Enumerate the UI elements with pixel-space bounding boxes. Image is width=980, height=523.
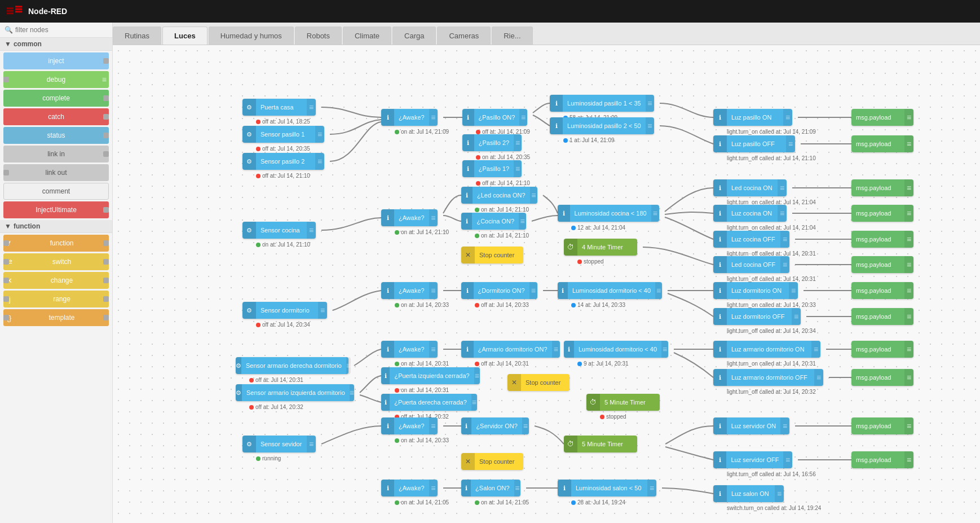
flow-node-sensor-pasillo-2[interactable]: ⚙ Sensor pasillo 2 ≡ off at: Jul 14, 21:… xyxy=(242,153,324,170)
flow-node-awake-5[interactable]: ℹ ¿Awake? ≡ on at: Jul 14, 20:33 xyxy=(381,417,438,434)
sidebar-node-range[interactable]: ij range xyxy=(3,291,109,307)
sidebar-node-inject-ultimate[interactable]: InjectUltimate xyxy=(3,201,109,218)
tab-rie[interactable]: Rie... xyxy=(492,27,532,45)
flow-node-awake-2[interactable]: ℹ ¿Awake? ≡ on at: Jul 14, 21:10 xyxy=(381,209,438,226)
flow-node-luz-cocina-on[interactable]: ℹ Luz cocina ON ≡ light.turn_on called a… xyxy=(713,205,787,222)
flow-node-timer-5min-1[interactable]: ⏱ 5 Minute Timer stopped xyxy=(586,394,660,411)
sidebar-node-function[interactable]: f function xyxy=(3,235,109,252)
flow-node-timer-5min-2[interactable]: ⏱ 5 Minute Timer xyxy=(564,436,637,452)
tab-rutinas[interactable]: Rutinas xyxy=(113,27,161,45)
flow-node-awake-4[interactable]: ℹ ¿Awake? ≡ on at: Jul 14, 20:31 xyxy=(381,341,438,358)
flow-node-lum-dormitorio-1[interactable]: ℹ Luminosidad dormitorio < 40 ≡ 14 at: J… xyxy=(558,282,662,299)
tab-robots[interactable]: Robots xyxy=(295,27,342,45)
flow-node-dormitorio-on[interactable]: ℹ ¿Dormitorio ON? ≡ off at: Jul 14, 20:3… xyxy=(461,282,537,299)
flow-node-luz-pasillo-off[interactable]: ℹ Luz pasillo OFF ≡ light.turn_off calle… xyxy=(713,135,795,152)
search-input[interactable] xyxy=(15,26,108,34)
flow-node-sensor-armario-der[interactable]: ⚙ Sensor armario derecha dormitorio ≡ of… xyxy=(236,357,348,374)
flow-node-msg-payload-8[interactable]: msg.payload ≡ xyxy=(851,308,913,325)
flow-node-lum-dormitorio-2[interactable]: ℹ Luminosidad dormitorio < 40 ≡ 9 at: Ju… xyxy=(564,341,668,358)
flow-node-luz-dormitorio-off[interactable]: ℹ Luz dormitorio OFF ≡ light.turn_off ca… xyxy=(713,308,801,325)
menu-icon: ≡ xyxy=(778,205,787,222)
flow-node-awake-1[interactable]: ℹ ¿Awake? ≡ on at: Jul 14, 21:09 xyxy=(381,109,438,126)
flow-node-msg-payload-4[interactable]: msg.payload ≡ xyxy=(851,205,913,222)
sidebar-node-switch[interactable]: ⇄ switch xyxy=(3,253,109,270)
flow-node-msg-payload-11[interactable]: msg.payload ≡ xyxy=(851,417,913,434)
sidebar-node-debug[interactable]: debug ≡ xyxy=(3,71,109,88)
tab-climate[interactable]: Climate xyxy=(343,27,391,45)
flow-node-luz-armario-dorm-off[interactable]: ℹ Luz armario dormitorio OFF ≡ light.tur… xyxy=(713,369,823,386)
flow-node-puerta-casa[interactable]: ⚙ Puerta casa ≡ off at: Jul 14, 18:25 xyxy=(242,99,316,116)
flow-node-sensor-cocina[interactable]: ⚙ Sensor cocina ≡ on at: Jul 14, 21:10 xyxy=(242,222,316,239)
flow-node-stop-counter-1[interactable]: ✕ Stop counter xyxy=(461,247,523,263)
flow-node-awake-3[interactable]: ℹ ¿Awake? ≡ on at: Jul 14, 20:33 xyxy=(381,282,438,299)
flow-node-luz-cocina-off[interactable]: ℹ Luz cocina OFF ≡ light.turn_off called… xyxy=(713,231,789,248)
flow-node-awake-6[interactable]: ℹ ¿Awake? ≡ on at: Jul 14, 21:05 xyxy=(381,480,438,496)
flow-node-pasillo-on[interactable]: ℹ ¿Pasillo ON? ≡ off at: Jul 14, 21:09 xyxy=(462,109,527,126)
flow-node-servidor-on[interactable]: ℹ ¿Servidor ON? ≡ xyxy=(461,417,529,434)
flow-node-armario-dorm-on[interactable]: ℹ ¿Armario dormitorio ON? ≡ off at: Jul … xyxy=(461,341,560,358)
tab-cameras[interactable]: Cameras xyxy=(437,27,491,45)
sidebar-node-comment[interactable]: comment xyxy=(3,183,109,200)
flow-node-luz-pasillo-on[interactable]: ℹ Luz pasillo ON ≡ light.turn_on called … xyxy=(713,109,792,126)
flow-node-led-cocina-on[interactable]: ℹ ¿Led cocina ON? ≡ on at: Jul 14, 21:10 xyxy=(461,187,537,204)
flow-node-led-cocina-on-node[interactable]: ℹ Led cocina ON ≡ light.turn_on called a… xyxy=(713,179,787,196)
status-dot xyxy=(395,230,399,235)
flow-node-msg-payload-6[interactable]: msg.payload ≡ xyxy=(851,256,913,273)
tab-humedad[interactable]: Humedad y humos xyxy=(209,27,294,45)
flow-node-lum-cocina[interactable]: ℹ Luminosidad cocina < 180 ≡ 12 at: Jul … xyxy=(558,205,659,222)
flow-node-lum-salon[interactable]: ℹ Luminosidad salon < 50 ≡ 28 at: Jul 14… xyxy=(558,480,656,496)
flow-node-salon-on[interactable]: ℹ ¿Salon ON? ≡ on at: Jul 14, 21:05 xyxy=(461,480,520,496)
flow-node-sensor-armario-izq[interactable]: ⚙ Sensor armario izquierda dormitorio ≡ … xyxy=(236,384,354,401)
tab-carga[interactable]: Carga xyxy=(392,27,436,45)
flow-node-stop-counter-3[interactable]: ✕ Stop counter xyxy=(461,453,523,470)
flow-node-luz-dormitorio-on[interactable]: ℹ Luz dormitorio ON ≡ light.turn_on call… xyxy=(713,282,798,299)
status-text: off at: Jul 14, 18:25 xyxy=(262,118,310,125)
flow-node-msg-payload-12[interactable]: msg.payload ≡ xyxy=(851,451,913,468)
flow-node-msg-payload-2[interactable]: msg.payload ≡ xyxy=(851,135,913,152)
flow-node-pasillo-2[interactable]: ℹ ¿Pasillo 2? ≡ on at: Jul 14, 20:35 xyxy=(462,134,522,151)
flow-node-sensor-servidor[interactable]: ⚙ Sensor sevidor ≡ running xyxy=(242,436,316,452)
sidebar-node-change[interactable]: ✕ change xyxy=(3,272,109,289)
sidebar-node-template[interactable]: {} template xyxy=(3,309,109,326)
category-function[interactable]: ▼ function xyxy=(0,220,112,233)
sidebar-node-link-out[interactable]: link out xyxy=(3,164,109,181)
flow-node-luz-servidor-on[interactable]: ℹ Luz servidor ON ≡ xyxy=(713,417,789,434)
flow-node-msg-payload-3[interactable]: msg.payload ≡ xyxy=(851,179,913,196)
flow-node-pasillo-1[interactable]: ℹ ¿Pasillo 1? ≡ off at: Jul 14, 21:10 xyxy=(462,160,522,177)
flow-node-timer-4min[interactable]: ⏱ 4 Minute Timer stopped xyxy=(564,239,637,256)
category-common[interactable]: ▼ common xyxy=(0,38,112,51)
flow-node-lum-pasillo-1[interactable]: ℹ Luminosidad pasillo 1 < 35 ≡ 58 at: Ju… xyxy=(550,95,654,112)
menu-icon: ≡ xyxy=(904,417,913,434)
sidebar-node-inject[interactable]: inject xyxy=(3,52,109,69)
node-label: msg.payload xyxy=(851,236,904,243)
flow-node-msg-payload-1[interactable]: msg.payload ≡ xyxy=(851,109,913,126)
flow-node-sensor-dormitorio[interactable]: ⚙ Sensor dormitorio ≡ off at: Jul 14, 20… xyxy=(242,302,327,319)
flow-node-sensor-pasillo-1[interactable]: ⚙ Sensor pasillo 1 ≡ off at: Jul 14, 20:… xyxy=(242,126,324,143)
node-search[interactable]: 🔍 xyxy=(0,23,112,38)
tab-luces[interactable]: Luces xyxy=(162,27,208,45)
flow-node-msg-payload-9[interactable]: msg.payload ≡ xyxy=(851,341,913,358)
sidebar-node-status[interactable]: status xyxy=(3,127,109,144)
menu-icon: ≡ xyxy=(307,436,316,452)
flow-node-msg-payload-5[interactable]: msg.payload ≡ xyxy=(851,231,913,248)
sidebar-node-link-in[interactable]: link in xyxy=(3,146,109,162)
flow-node-luz-armario-dorm-on[interactable]: ℹ Luz armario dormitorio ON ≡ light.turn… xyxy=(713,341,820,358)
sidebar-node-catch[interactable]: catch xyxy=(3,108,109,125)
flow-node-lum-pasillo-2[interactable]: ℹ Luminosidad pasillo 2 < 50 ≡ 1 at: Jul… xyxy=(550,117,654,134)
node-label: Luminosidad pasillo 2 < 50 xyxy=(563,122,646,129)
flow-node-puerta-der-cerrada[interactable]: ℹ ¿Puerta derecha cerrada? ≡ off at: Jul… xyxy=(381,394,477,411)
canvas[interactable]: ⚙ Puerta casa ≡ off at: Jul 14, 18:25 ⚙ … xyxy=(113,45,980,523)
flow-node-led-cocina-off[interactable]: ℹ Led cocina OFF ≡ light.turn_off called… xyxy=(713,256,789,273)
menu-icon: ≡ xyxy=(783,109,792,126)
flow-node-luz-salon-on[interactable]: ℹ Luz salon ON ≡ switch.turn_on called a… xyxy=(713,485,784,502)
flow-node-cocina-on[interactable]: ℹ ¿Cocina ON? ≡ on at: Jul 14, 21:10 xyxy=(461,213,526,230)
menu-icon: ≡ xyxy=(904,179,913,196)
flow-node-stop-counter-2[interactable]: ✕ Stop counter xyxy=(507,374,570,391)
flow-node-puerta-izq-cerrada[interactable]: ℹ ¿Puerta izquierda cerrada? ≡ on at: Ju… xyxy=(381,367,480,384)
node-label: Sensor dormitorio xyxy=(256,307,318,314)
node-status-luz-armario-dorm-on: light.turn_on called at: Jul 14, 20:31 xyxy=(727,361,816,367)
flow-node-msg-payload-7[interactable]: msg.payload ≡ xyxy=(851,282,913,299)
sidebar-node-complete[interactable]: complete xyxy=(3,90,109,107)
flow-node-luz-servidor-off[interactable]: ℹ Luz servidor OFF ≡ light.turn_off call… xyxy=(713,451,792,468)
flow-node-msg-payload-10[interactable]: msg.payload ≡ xyxy=(851,369,913,386)
